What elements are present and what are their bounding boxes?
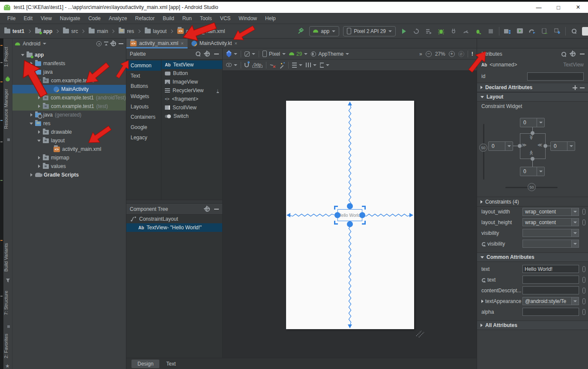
- minimize-button[interactable]: —: [529, 2, 549, 12]
- tool-button-favorites[interactable]: 2: Favorites: [3, 329, 12, 363]
- add-attribute-icon[interactable]: [573, 85, 577, 90]
- warnings-panel-icon[interactable]: !: [472, 51, 473, 57]
- clear-constraints-button[interactable]: [270, 63, 276, 68]
- tree-item-java-generated[interactable]: java (generated): [12, 111, 126, 119]
- tree-item-res[interactable]: res: [12, 119, 126, 128]
- favorites-star-icon[interactable]: ★: [5, 363, 11, 369]
- selection-corner[interactable]: [362, 206, 366, 210]
- component-textview[interactable]: Ab TextView- "Hello World!": [126, 223, 222, 232]
- api-version-select[interactable]: 29: [289, 51, 307, 57]
- tree-item-package[interactable]: com.example.test1: [12, 76, 126, 85]
- run-with-coverage-button[interactable]: [424, 27, 433, 36]
- constraint-dot-right[interactable]: [543, 144, 547, 148]
- hide-panel-icon[interactable]: [214, 54, 219, 54]
- selection-corner[interactable]: [362, 221, 366, 225]
- palette-item-button[interactable]: Button: [161, 69, 222, 78]
- expand-icon[interactable]: [37, 105, 41, 108]
- breadcrumb-app[interactable]: app: [43, 28, 52, 34]
- palette-category-text[interactable]: Text: [126, 71, 161, 81]
- toggle-pill-icon[interactable]: [582, 309, 585, 315]
- gear-icon[interactable]: [570, 51, 576, 57]
- selected-textview[interactable]: Hello World!: [337, 209, 362, 221]
- tool-button-structure[interactable]: 7: Structure: [3, 285, 12, 321]
- gear-icon[interactable]: [205, 51, 210, 57]
- project-view-selector[interactable]: Android: [23, 41, 40, 47]
- user-avatar[interactable]: [582, 27, 588, 36]
- tool-button-resource-manager[interactable]: Resource Manager: [3, 85, 12, 133]
- zoom-fit-button[interactable]: ⌀: [458, 51, 464, 57]
- tab-activity-main-xml[interactable]: <> activity_main.xml ×: [126, 39, 188, 48]
- breadcrumb-res[interactable]: res: [127, 28, 134, 34]
- expand-icon[interactable]: [37, 156, 41, 159]
- device-in-editor-select[interactable]: Pixel: [263, 51, 286, 57]
- vertical-bias-value[interactable]: 50: [479, 144, 487, 152]
- close-tab-icon[interactable]: ×: [181, 41, 183, 46]
- menu-code[interactable]: Code: [84, 14, 104, 23]
- default-margin-button[interactable]: 0dp: [252, 62, 263, 68]
- hide-panel-icon[interactable]: [214, 209, 219, 210]
- device-select[interactable]: Pixel 2 API 29: [343, 26, 396, 36]
- search-everywhere-button[interactable]: [570, 27, 578, 36]
- toggle-pill-icon[interactable]: [582, 219, 585, 225]
- menu-refactor[interactable]: Refactor: [131, 14, 158, 23]
- palette-item-scrollview[interactable]: ScrollView: [161, 103, 222, 112]
- locate-file-icon[interactable]: [96, 41, 101, 46]
- constraint-anchor-bottom[interactable]: [347, 221, 353, 227]
- expand-icon[interactable]: [37, 139, 41, 142]
- project-tool-icon[interactable]: [5, 76, 11, 82]
- close-tab-icon[interactable]: ×: [235, 41, 237, 46]
- sdk-manager-button[interactable]: [553, 27, 561, 36]
- tab-design[interactable]: Design: [131, 360, 159, 368]
- device-manager-button[interactable]: [516, 27, 524, 36]
- tree-item-gradle-scripts[interactable]: Gradle Scripts: [12, 171, 126, 179]
- guidelines-select[interactable]: [320, 63, 329, 68]
- visibility-select[interactable]: [522, 229, 579, 237]
- expand-icon[interactable]: [30, 173, 33, 177]
- toggle-pill-icon[interactable]: [582, 209, 585, 215]
- gradle-sync-button[interactable]: [528, 27, 537, 36]
- search-icon[interactable]: [561, 52, 566, 57]
- search-icon[interactable]: [196, 51, 200, 56]
- palette-category-buttons[interactable]: Buttons: [126, 81, 161, 91]
- menu-navigate[interactable]: Navigate: [56, 14, 84, 23]
- panel-splitter[interactable]: [126, 200, 222, 204]
- tree-item-mainactivity[interactable]: MainActivity: [12, 85, 126, 93]
- download-icon[interactable]: ↓: [217, 88, 219, 93]
- layout-width-select[interactable]: wrap_content: [522, 208, 579, 216]
- tree-item-values[interactable]: values: [12, 162, 126, 171]
- tree-item-app[interactable]: app: [12, 51, 126, 59]
- tools-text-input[interactable]: [522, 276, 579, 284]
- build-variants-icon[interactable]: [5, 278, 11, 283]
- project-structure-button[interactable]: [503, 27, 512, 36]
- expand-icon[interactable]: [30, 70, 33, 74]
- palette-item-fragment[interactable]: <> <fragment>: [161, 95, 222, 103]
- constraint-anchor-top[interactable]: [347, 203, 353, 209]
- constraint-dot-bottom[interactable]: [531, 157, 534, 161]
- breadcrumb-activity-main[interactable]: activity_main.xml: [186, 28, 225, 34]
- expand-icon[interactable]: [30, 113, 33, 117]
- constraint-dot-top[interactable]: [531, 131, 534, 135]
- horizontal-bias-value[interactable]: 50: [528, 183, 536, 191]
- hide-panel-icon[interactable]: [119, 43, 123, 44]
- align-select[interactable]: [306, 63, 316, 67]
- palette-category-layouts[interactable]: Layouts: [126, 102, 161, 112]
- toggle-pill-icon[interactable]: [582, 266, 585, 272]
- palette-category-google[interactable]: Google: [126, 122, 161, 132]
- margin-bottom-select[interactable]: 0: [520, 167, 545, 176]
- component-constraintlayout[interactable]: ConstraintLayout: [126, 215, 222, 223]
- vertical-bias-slider[interactable]: [483, 124, 484, 180]
- menu-build[interactable]: Build: [159, 14, 178, 23]
- design-mode-select[interactable]: [226, 51, 237, 57]
- menu-help[interactable]: Help: [261, 14, 280, 23]
- zoom-out-button[interactable]: −: [426, 51, 432, 57]
- palette-item-imageview[interactable]: ImageView: [161, 78, 222, 86]
- debug-button[interactable]: [437, 27, 445, 36]
- gear-icon[interactable]: [205, 207, 210, 212]
- toggle-pill-icon[interactable]: [582, 298, 585, 304]
- content-description-input[interactable]: [522, 286, 579, 294]
- palette-item-recyclerview[interactable]: RecyclerView ↓: [161, 86, 222, 95]
- apply-changes-button[interactable]: [412, 27, 421, 36]
- menu-run[interactable]: Run: [179, 14, 196, 23]
- palette-category-widgets[interactable]: Widgets: [126, 91, 161, 102]
- tree-item-package-test[interactable]: com.example.test1 (test): [12, 102, 126, 111]
